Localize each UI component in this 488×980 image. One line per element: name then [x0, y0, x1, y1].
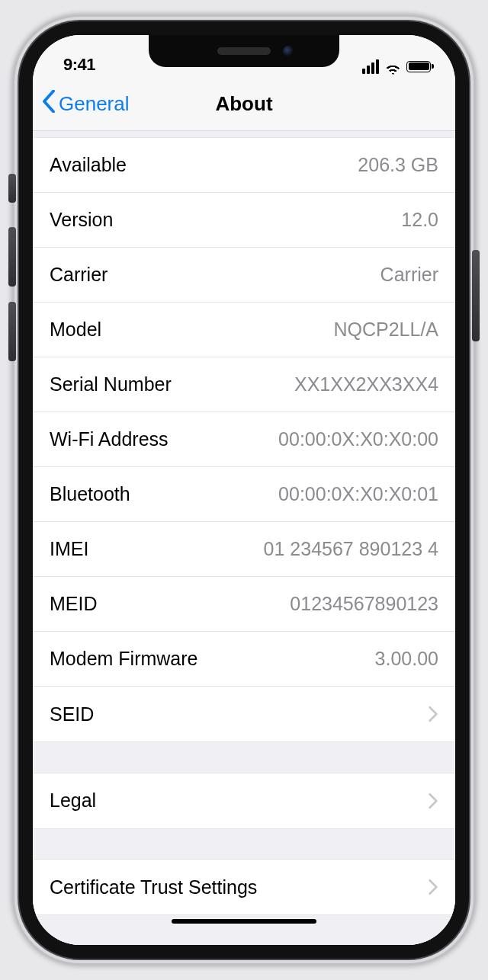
row-meid[interactable]: MEID 01234567890123: [33, 577, 455, 632]
row-certificate-trust-settings[interactable]: Certificate Trust Settings: [33, 860, 455, 914]
status-icons: [362, 58, 432, 75]
chevron-right-icon: [428, 706, 438, 722]
group-certificate: Certificate Trust Settings: [33, 860, 455, 914]
settings-list[interactable]: Available 206.3 GB Version 12.0 Carrier …: [33, 131, 455, 945]
list-spacer: [33, 741, 455, 773]
row-label: MEID: [50, 593, 98, 615]
wifi-icon: [384, 58, 401, 75]
row-label: SEID: [50, 703, 94, 725]
row-label: Version: [50, 209, 113, 231]
volume-up-button: [8, 227, 16, 287]
row-model[interactable]: Model NQCP2LL/A: [33, 303, 455, 357]
mute-switch: [8, 174, 16, 203]
row-available[interactable]: Available 206.3 GB: [33, 138, 455, 193]
notch: [149, 35, 339, 67]
nav-header: General About: [33, 78, 455, 131]
chevron-right-icon: [428, 793, 438, 809]
row-wifi-address[interactable]: Wi-Fi Address 00:00:0X:X0:X0:00: [33, 412, 455, 467]
row-value: XX1XX2XX3XX4: [294, 373, 438, 396]
list-spacer: [33, 828, 455, 860]
row-label: Legal: [50, 789, 96, 812]
row-value: 00:00:0X:X0:X0:01: [278, 483, 438, 505]
row-value: NQCP2LL/A: [333, 319, 438, 341]
row-label: Wi-Fi Address: [50, 428, 169, 450]
row-seid[interactable]: SEID: [33, 687, 455, 741]
cellular-signal-icon: [362, 59, 379, 74]
row-label: Model: [50, 319, 101, 341]
row-value: 3.00.00: [375, 648, 438, 670]
row-label: Certificate Trust Settings: [50, 876, 257, 898]
battery-icon: [406, 61, 431, 72]
row-imei[interactable]: IMEI 01 234567 890123 4: [33, 522, 455, 577]
row-carrier[interactable]: Carrier Carrier: [33, 248, 455, 303]
row-label: Carrier: [50, 264, 108, 286]
side-button: [472, 250, 480, 341]
row-label: Modem Firmware: [50, 648, 197, 670]
chevron-right-icon: [428, 879, 438, 895]
screen: 9:41 General About: [33, 35, 455, 945]
row-label: Available: [50, 154, 127, 176]
status-time: 9:41: [56, 55, 95, 75]
row-value: 01 234567 890123 4: [264, 538, 438, 560]
row-value: Carrier: [380, 264, 438, 286]
row-value: 00:00:0X:X0:X0:00: [278, 428, 438, 450]
list-spacer: [33, 131, 455, 138]
row-value: 206.3 GB: [358, 154, 438, 176]
home-indicator[interactable]: [172, 919, 316, 924]
front-camera: [283, 46, 294, 56]
group-device-info: Available 206.3 GB Version 12.0 Carrier …: [33, 138, 455, 741]
row-modem-firmware[interactable]: Modem Firmware 3.00.00: [33, 632, 455, 687]
row-label: Serial Number: [50, 373, 172, 396]
group-legal: Legal: [33, 773, 455, 828]
row-value: 12.0: [401, 209, 438, 231]
back-label: General: [59, 92, 130, 116]
device-frame: 9:41 General About: [19, 21, 469, 959]
chevron-left-icon: [42, 90, 56, 118]
row-bluetooth[interactable]: Bluetooth 00:00:0X:X0:X0:01: [33, 467, 455, 522]
row-label: Bluetooth: [50, 483, 130, 505]
row-version[interactable]: Version 12.0: [33, 193, 455, 248]
volume-down-button: [8, 302, 16, 361]
row-serial-number[interactable]: Serial Number XX1XX2XX3XX4: [33, 357, 455, 412]
back-button[interactable]: General: [33, 90, 130, 118]
row-value: 01234567890123: [290, 593, 438, 615]
earpiece-speaker: [217, 47, 271, 55]
row-label: IMEI: [50, 538, 88, 560]
row-legal[interactable]: Legal: [33, 773, 455, 828]
